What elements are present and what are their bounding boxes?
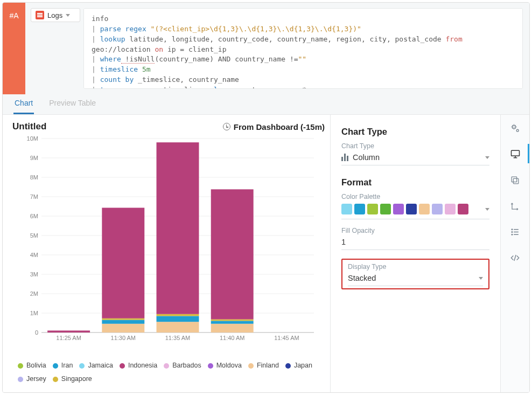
- axes-icon[interactable]: [509, 200, 521, 212]
- monitor-icon[interactable]: [509, 148, 521, 160]
- legend-item[interactable]: Indonesia: [120, 359, 157, 372]
- svg-text:7M: 7M: [30, 193, 38, 200]
- legend-label: Jamaica: [88, 359, 113, 372]
- legend-swatch: [53, 377, 58, 382]
- app-frame: #A Logs info | parse regex "(?<client_ip…: [2, 2, 530, 393]
- svg-text:9M: 9M: [30, 155, 38, 161]
- legend-swatch: [164, 363, 169, 369]
- svg-text:8M: 8M: [30, 174, 38, 181]
- fill-opacity-label: Fill Opacity: [341, 227, 489, 234]
- svg-text:2M: 2M: [30, 290, 38, 297]
- chart-type-select[interactable]: Column: [341, 150, 489, 165]
- svg-rect-33: [157, 142, 199, 314]
- code-icon[interactable]: [509, 252, 521, 264]
- legend-item[interactable]: Bolivia: [18, 359, 46, 372]
- legend-label: Bolivia: [26, 359, 46, 372]
- display-type-select[interactable]: Stacked: [348, 271, 483, 286]
- svg-text:0: 0: [35, 329, 38, 336]
- query-block: #A Logs info | parse regex "(?<client_ip…: [3, 3, 529, 94]
- legend-swatch: [120, 363, 125, 369]
- palette-swatch[interactable]: [406, 204, 417, 214]
- svg-text:11:30 AM: 11:30 AM: [111, 335, 136, 341]
- display-type-highlight: Display Type Stacked: [341, 259, 489, 289]
- svg-text:11:25 AM: 11:25 AM: [56, 335, 81, 341]
- palette-swatch[interactable]: [419, 204, 430, 214]
- legend-label: Singapore: [61, 373, 92, 386]
- plot-area: 01M2M3M4M5M6M7M8M9M10M11:25 AM11:30 AM11…: [12, 134, 325, 357]
- palette-swatch[interactable]: [458, 204, 468, 214]
- svg-rect-23: [47, 330, 90, 332]
- legend-item[interactable]: Iran: [53, 359, 73, 372]
- column-chart-icon: [341, 154, 348, 161]
- query-tag: #A: [3, 3, 25, 94]
- svg-rect-45: [512, 177, 517, 182]
- legend-label: Finland: [257, 359, 279, 372]
- query-editor[interactable]: info | parse regex "(?<client_ip>\d{1,3}…: [83, 8, 523, 89]
- svg-rect-27: [102, 318, 144, 320]
- svg-text:10M: 10M: [27, 135, 38, 142]
- palette-swatch[interactable]: [393, 204, 404, 214]
- legend-item[interactable]: Japan: [285, 359, 312, 372]
- chart-type-value: Column: [353, 153, 380, 162]
- chart-header: Untitled From Dashboard (-15m): [12, 121, 325, 132]
- legend-swatch: [18, 363, 23, 369]
- svg-rect-44: [513, 178, 519, 184]
- legend-swatch: [208, 363, 213, 369]
- chevron-down-icon: [479, 277, 483, 280]
- svg-rect-37: [211, 320, 254, 321]
- time-range-label: From Dashboard (-15m): [234, 122, 325, 131]
- legend: BoliviaIranJamaicaIndonesiaBarbadosMoldo…: [12, 357, 325, 387]
- tab-preview-table[interactable]: Preview Table: [48, 94, 97, 114]
- source-label: Logs: [47, 11, 62, 19]
- palette-swatch[interactable]: [432, 204, 443, 214]
- legend-item[interactable]: Moldova: [208, 359, 242, 372]
- legend-item[interactable]: Jamaica: [79, 359, 113, 372]
- svg-rect-36: [211, 321, 254, 323]
- color-palette-select[interactable]: [341, 204, 489, 219]
- legend-label: Moldova: [216, 359, 242, 372]
- settings-panel: Chart Type Chart Type Column Format Colo…: [330, 115, 500, 392]
- svg-rect-43: [511, 150, 519, 156]
- tab-chart[interactable]: Chart: [13, 94, 34, 114]
- legend-item[interactable]: Jersey: [18, 373, 46, 386]
- legend-label: Jersey: [26, 373, 46, 386]
- tabs-row: Chart Preview Table: [3, 94, 529, 114]
- palette-swatch[interactable]: [380, 204, 391, 214]
- svg-rect-32: [157, 314, 199, 316]
- fill-opacity-input[interactable]: [341, 234, 489, 250]
- chevron-down-icon: [485, 208, 489, 211]
- palette-swatch[interactable]: [354, 204, 365, 214]
- svg-point-47: [512, 231, 513, 232]
- legend-item[interactable]: Finland: [248, 359, 279, 372]
- copy-icon[interactable]: [509, 174, 521, 186]
- svg-rect-26: [102, 320, 144, 324]
- svg-rect-38: [211, 189, 254, 319]
- tool-rail: [500, 115, 529, 392]
- svg-text:3M: 3M: [30, 271, 38, 278]
- palette-swatch[interactable]: [341, 204, 352, 214]
- format-heading: Format: [341, 177, 489, 188]
- source-select[interactable]: Logs: [31, 8, 80, 22]
- chart-type-label: Chart Type: [341, 142, 489, 150]
- time-range[interactable]: From Dashboard (-15m): [223, 122, 325, 131]
- legend-label: Iran: [61, 359, 73, 372]
- legend-label: Barbados: [172, 359, 201, 372]
- legend-item[interactable]: Barbados: [164, 359, 201, 372]
- chart-type-heading: Chart Type: [341, 127, 489, 137]
- chart-title: Untitled: [12, 121, 46, 132]
- legend-label: Japan: [294, 359, 312, 372]
- svg-rect-35: [211, 324, 254, 332]
- chart-column: Untitled From Dashboard (-15m) 01M2M3M4M…: [3, 115, 330, 392]
- legend-swatch: [285, 363, 291, 369]
- list-icon[interactable]: [509, 226, 521, 238]
- palette-swatch[interactable]: [445, 204, 456, 214]
- palette-swatch[interactable]: [367, 204, 378, 214]
- svg-text:11:40 AM: 11:40 AM: [220, 335, 244, 341]
- gears-icon[interactable]: [509, 122, 521, 134]
- legend-label: Indonesia: [128, 359, 157, 372]
- legend-swatch: [53, 363, 58, 369]
- svg-point-48: [512, 234, 513, 235]
- svg-rect-25: [102, 324, 144, 332]
- svg-point-41: [512, 126, 515, 128]
- legend-item[interactable]: Singapore: [53, 373, 92, 386]
